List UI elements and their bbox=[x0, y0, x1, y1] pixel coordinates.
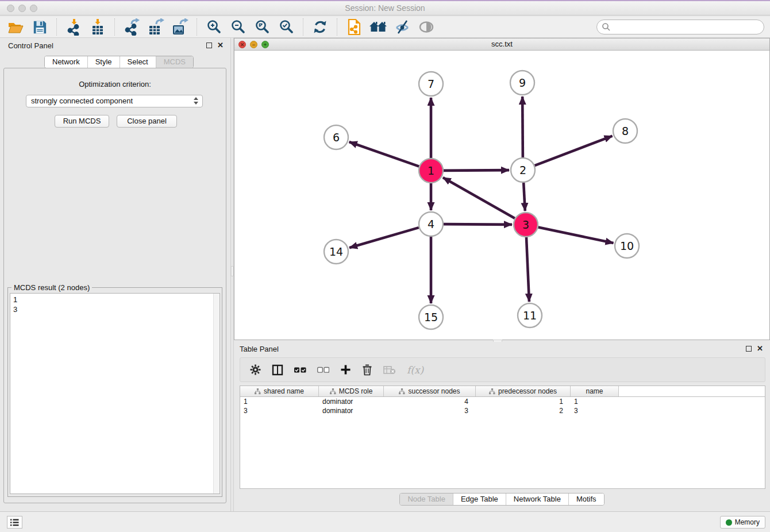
save-icon[interactable] bbox=[30, 18, 49, 36]
svg-text:9: 9 bbox=[519, 76, 526, 89]
splitter-handle[interactable] bbox=[231, 266, 233, 276]
graph-edge-2-8[interactable] bbox=[535, 136, 613, 166]
graph-node-10[interactable]: 10 bbox=[615, 234, 639, 258]
refresh-icon[interactable] bbox=[311, 18, 329, 36]
run-mcds-button[interactable]: Run MCDS bbox=[55, 115, 109, 128]
cell-shared-name[interactable]: 1 bbox=[240, 398, 319, 406]
network-file-icon[interactable] bbox=[345, 18, 363, 36]
search-icon bbox=[602, 22, 611, 32]
tab-motifs[interactable]: Motifs bbox=[568, 494, 604, 505]
tab-network[interactable]: Network bbox=[45, 56, 87, 68]
import-table-icon[interactable] bbox=[88, 18, 107, 36]
graph-edge-3-10[interactable] bbox=[538, 228, 614, 244]
graph-node-9[interactable]: 9 bbox=[510, 71, 534, 95]
graph-edge-2-3[interactable] bbox=[523, 183, 525, 211]
graph-node-14[interactable]: 14 bbox=[324, 240, 348, 264]
tab-style[interactable]: Style bbox=[87, 56, 120, 68]
graph-node-15[interactable]: 15 bbox=[419, 305, 443, 329]
graph-edge-4-3[interactable] bbox=[444, 224, 512, 225]
network-graph[interactable]: 7968124314101511 bbox=[234, 51, 769, 340]
show-task-history-button[interactable] bbox=[7, 516, 22, 529]
export-network-icon[interactable] bbox=[122, 18, 141, 36]
export-image-icon[interactable] bbox=[171, 18, 189, 36]
table-row[interactable]: 3 dominator 3 2 3 bbox=[240, 406, 765, 415]
graph-edge-1-6[interactable] bbox=[349, 142, 419, 167]
function-builder-icon[interactable]: f(x) bbox=[407, 364, 424, 376]
table-settings-gear-icon[interactable] bbox=[250, 364, 261, 375]
search-field[interactable] bbox=[596, 20, 764, 34]
float-panel-icon[interactable] bbox=[746, 346, 752, 352]
column-type-icon bbox=[399, 388, 405, 395]
close-view-icon[interactable] bbox=[238, 41, 246, 48]
delete-column-trash-icon[interactable] bbox=[362, 364, 372, 376]
float-panel-icon[interactable] bbox=[206, 43, 212, 48]
tab-edge-table[interactable]: Edge Table bbox=[453, 494, 506, 505]
memory-button[interactable]: Memory bbox=[720, 516, 765, 529]
import-network-icon[interactable] bbox=[64, 18, 83, 36]
graph-edge-3-1[interactable] bbox=[443, 178, 515, 218]
graph-edge-1-2[interactable] bbox=[444, 170, 509, 171]
graph-node-3[interactable]: 3 bbox=[514, 213, 538, 237]
graph-node-7[interactable]: 7 bbox=[419, 72, 443, 96]
tab-mcds[interactable]: MCDS bbox=[156, 56, 193, 68]
select-all-icon[interactable] bbox=[294, 367, 306, 373]
criterion-select[interactable]: strongly connected component bbox=[26, 95, 203, 107]
graph-edge-3-11[interactable] bbox=[526, 237, 529, 302]
zoom-fit-icon[interactable] bbox=[253, 18, 271, 36]
network-window-titlebar[interactable]: scc.txt bbox=[234, 38, 769, 51]
column-type-icon bbox=[255, 388, 261, 395]
graph-edge-4-14[interactable] bbox=[349, 228, 419, 248]
close-panel-icon[interactable] bbox=[217, 42, 224, 48]
zoom-in-icon[interactable] bbox=[205, 18, 223, 36]
cell-name[interactable]: 3 bbox=[571, 407, 619, 415]
show-graphics-details-icon[interactable] bbox=[417, 18, 436, 36]
tab-network-table[interactable]: Network Table bbox=[506, 494, 568, 505]
cell-name[interactable]: 1 bbox=[571, 398, 619, 406]
graph-edge-2-9[interactable] bbox=[522, 97, 523, 157]
cell-predecessor-nodes[interactable]: 1 bbox=[476, 398, 571, 406]
column-header-mcds-role[interactable]: MCDS role bbox=[319, 386, 384, 396]
zoom-selected-icon[interactable] bbox=[277, 18, 295, 36]
column-header-successor-nodes[interactable]: successor nodes bbox=[384, 386, 476, 396]
deselect-all-icon[interactable] bbox=[317, 367, 329, 373]
graph-node-1[interactable]: 1 bbox=[419, 159, 443, 183]
graph-node-2[interactable]: 2 bbox=[511, 158, 535, 182]
export-table-icon[interactable] bbox=[147, 18, 165, 36]
cell-predecessor-nodes[interactable]: 2 bbox=[476, 407, 571, 415]
svg-text:10: 10 bbox=[620, 240, 634, 252]
column-type-icon bbox=[489, 388, 495, 395]
cell-mcds-role[interactable]: dominator bbox=[319, 398, 384, 406]
cell-mcds-role[interactable]: dominator bbox=[319, 407, 384, 415]
minimize-view-icon[interactable] bbox=[250, 41, 257, 48]
column-header-predecessor-nodes[interactable]: predecessor nodes bbox=[476, 386, 571, 396]
svg-text:3: 3 bbox=[522, 218, 529, 231]
home-icon[interactable] bbox=[369, 18, 387, 36]
graph-node-11[interactable]: 11 bbox=[518, 303, 542, 327]
table-row[interactable]: 1 dominator 4 1 1 bbox=[240, 397, 765, 406]
hide-graphics-details-icon[interactable] bbox=[393, 18, 411, 36]
network-canvas[interactable]: 7968124314101511 bbox=[234, 51, 769, 340]
show-columns-icon[interactable] bbox=[272, 364, 283, 376]
graph-node-4[interactable]: 4 bbox=[419, 212, 443, 236]
cell-successor-nodes[interactable]: 3 bbox=[384, 407, 476, 415]
delete-table-icon[interactable] bbox=[383, 365, 396, 375]
cell-shared-name[interactable]: 3 bbox=[240, 407, 319, 415]
close-panel-button[interactable]: Close panel bbox=[117, 115, 177, 128]
tab-select[interactable]: Select bbox=[120, 56, 156, 68]
open-icon[interactable] bbox=[6, 18, 25, 36]
mcds-result-list[interactable]: 1 3 bbox=[10, 293, 220, 494]
search-input[interactable] bbox=[611, 22, 754, 32]
zoom-out-icon[interactable] bbox=[229, 18, 247, 36]
column-header-name[interactable]: name bbox=[571, 386, 619, 396]
graph-node-8[interactable]: 8 bbox=[613, 119, 637, 143]
svg-text:6: 6 bbox=[333, 131, 340, 144]
graph-node-6[interactable]: 6 bbox=[324, 125, 348, 149]
table-toolbar: f(x) bbox=[240, 357, 765, 382]
result-scrollbar[interactable] bbox=[213, 294, 220, 494]
column-header-shared-name[interactable]: shared name bbox=[240, 386, 319, 396]
cell-successor-nodes[interactable]: 4 bbox=[384, 398, 476, 406]
create-column-plus-icon[interactable] bbox=[340, 364, 351, 375]
maximize-view-icon[interactable] bbox=[261, 41, 269, 48]
close-panel-icon[interactable] bbox=[757, 345, 763, 352]
tab-node-table[interactable]: Node Table bbox=[400, 494, 453, 505]
